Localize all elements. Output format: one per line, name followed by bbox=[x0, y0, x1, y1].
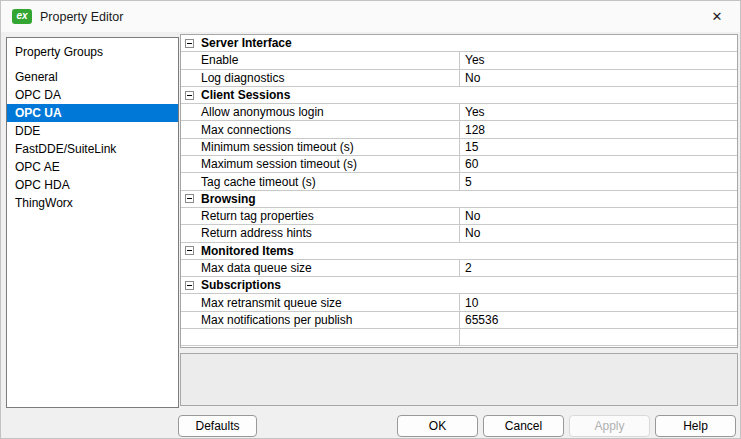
app-icon: ex bbox=[12, 9, 32, 24]
collapse-minus-icon[interactable] bbox=[185, 194, 194, 203]
property-value[interactable]: No bbox=[459, 70, 737, 86]
property-row-max-retransmit-queue-size[interactable]: Max retransmit queue size10 bbox=[181, 294, 737, 311]
collapse-minus-icon[interactable] bbox=[185, 39, 194, 48]
property-groups-listbox: Property Groups GeneralOPC DAOPC UADDEFa… bbox=[6, 37, 179, 408]
property-value[interactable]: 5 bbox=[459, 173, 737, 189]
property-label: Allow anonymous login bbox=[181, 104, 459, 120]
property-value[interactable]: No bbox=[459, 208, 737, 224]
dialog-button-row: OK Cancel Apply Help bbox=[397, 415, 736, 437]
property-label bbox=[181, 329, 459, 345]
property-label: Log diagnostics bbox=[181, 70, 459, 86]
property-value[interactable]: Yes bbox=[459, 104, 737, 120]
collapse-minus-icon[interactable] bbox=[185, 281, 194, 290]
property-label: Return tag properties bbox=[181, 208, 459, 224]
property-label: Max data queue size bbox=[181, 260, 459, 276]
property-grid: Server InterfaceEnableYesLog diagnostics… bbox=[180, 34, 738, 348]
title-bar: ex Property Editor ✕ bbox=[1, 1, 740, 32]
property-label: Max notifications per publish bbox=[181, 312, 459, 328]
property-label: Tag cache timeout (s) bbox=[181, 173, 459, 189]
property-label: Maximum session timeout (s) bbox=[181, 156, 459, 172]
property-row-allow-anonymous-login[interactable]: Allow anonymous loginYes bbox=[181, 104, 737, 121]
group-label: Client Sessions bbox=[201, 88, 290, 102]
sidebar-item-opc-da[interactable]: OPC DA bbox=[7, 86, 178, 104]
collapse-minus-icon[interactable] bbox=[185, 91, 194, 100]
property-value[interactable]: 15 bbox=[459, 139, 737, 155]
sidebar-item-thingworx[interactable]: ThingWorx bbox=[7, 194, 178, 212]
group-row-browsing[interactable]: Browsing bbox=[181, 191, 737, 208]
group-row-client-sessions[interactable]: Client Sessions bbox=[181, 87, 737, 104]
property-label: Return address hints bbox=[181, 225, 459, 241]
window-title: Property Editor bbox=[40, 10, 123, 24]
property-row-max-data-queue-size[interactable]: Max data queue size2 bbox=[181, 260, 737, 277]
sidebar-item-dde[interactable]: DDE bbox=[7, 122, 178, 140]
property-row-return-address-hints[interactable]: Return address hintsNo bbox=[181, 225, 737, 242]
property-editor-dialog: ex Property Editor ✕ Property Groups Gen… bbox=[0, 0, 741, 439]
property-value[interactable]: Yes bbox=[459, 52, 737, 68]
sidebar-item-fastdde-suitelink[interactable]: FastDDE/SuiteLink bbox=[7, 140, 178, 158]
property-row-max-connections[interactable]: Max connections128 bbox=[181, 121, 737, 138]
property-row[interactable] bbox=[181, 329, 737, 346]
apply-button[interactable]: Apply bbox=[569, 415, 650, 437]
defaults-button[interactable]: Defaults bbox=[178, 415, 257, 437]
sidebar-list: GeneralOPC DAOPC UADDEFastDDE/SuiteLinkO… bbox=[7, 68, 178, 212]
property-label: Enable bbox=[181, 52, 459, 68]
group-label: Server Interface bbox=[201, 36, 292, 50]
sidebar-item-general[interactable]: General bbox=[7, 68, 178, 86]
group-label: Subscriptions bbox=[201, 278, 281, 292]
sidebar-item-opc-ae[interactable]: OPC AE bbox=[7, 158, 178, 176]
property-value[interactable]: 10 bbox=[459, 294, 737, 310]
property-row-enable[interactable]: EnableYes bbox=[181, 52, 737, 69]
property-value[interactable]: 65536 bbox=[459, 312, 737, 328]
sidebar-item-opc-hda[interactable]: OPC HDA bbox=[7, 176, 178, 194]
property-row-maximum-session-timeout-s-[interactable]: Maximum session timeout (s)60 bbox=[181, 156, 737, 173]
group-row-server-interface[interactable]: Server Interface bbox=[181, 35, 737, 52]
property-row-minimum-session-timeout-s-[interactable]: Minimum session timeout (s)15 bbox=[181, 139, 737, 156]
grid-empty-area bbox=[181, 346, 737, 347]
property-value[interactable]: No bbox=[459, 225, 737, 241]
property-groups-header: Property Groups bbox=[7, 38, 178, 68]
property-row-log-diagnostics[interactable]: Log diagnosticsNo bbox=[181, 70, 737, 87]
property-label: Minimum session timeout (s) bbox=[181, 139, 459, 155]
property-row-tag-cache-timeout-s-[interactable]: Tag cache timeout (s)5 bbox=[181, 173, 737, 190]
property-row-max-notifications-per-publish[interactable]: Max notifications per publish65536 bbox=[181, 312, 737, 329]
cancel-button[interactable]: Cancel bbox=[483, 415, 564, 437]
ok-button[interactable]: OK bbox=[397, 415, 478, 437]
sidebar-item-opc-ua[interactable]: OPC UA bbox=[7, 104, 178, 122]
group-label: Monitored Items bbox=[201, 244, 294, 258]
property-description-panel bbox=[180, 353, 738, 406]
help-button[interactable]: Help bbox=[655, 415, 736, 437]
collapse-minus-icon[interactable] bbox=[185, 246, 194, 255]
property-label: Max connections bbox=[181, 121, 459, 137]
close-icon[interactable]: ✕ bbox=[694, 1, 740, 32]
group-row-subscriptions[interactable]: Subscriptions bbox=[181, 277, 737, 294]
property-value[interactable] bbox=[459, 329, 737, 345]
property-row-return-tag-properties[interactable]: Return tag propertiesNo bbox=[181, 208, 737, 225]
property-value[interactable]: 2 bbox=[459, 260, 737, 276]
group-row-monitored-items[interactable]: Monitored Items bbox=[181, 243, 737, 260]
group-label: Browsing bbox=[201, 192, 256, 206]
property-label: Max retransmit queue size bbox=[181, 294, 459, 310]
property-value[interactable]: 128 bbox=[459, 121, 737, 137]
property-value[interactable]: 60 bbox=[459, 156, 737, 172]
